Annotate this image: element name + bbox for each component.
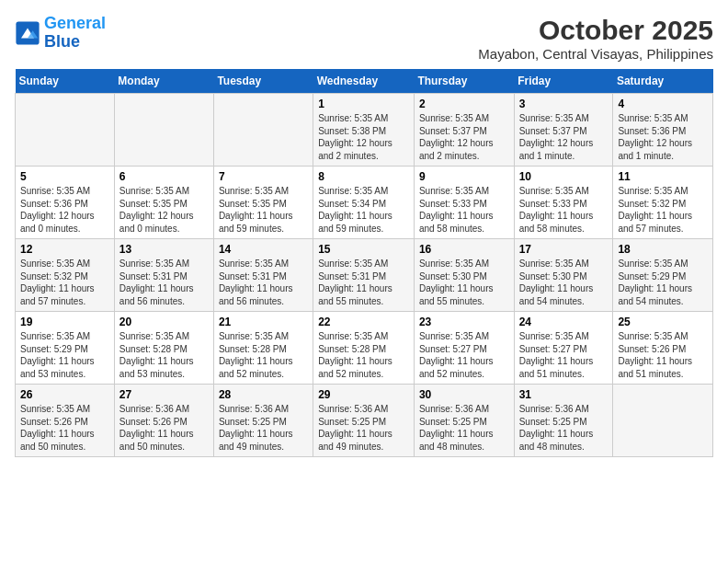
day-cell: [16, 94, 115, 167]
day-info: Sunrise: 5:35 AM Sunset: 5:36 PM Dayligh…: [618, 112, 708, 162]
day-number: 28: [219, 388, 308, 401]
week-row-2: 5Sunrise: 5:35 AM Sunset: 5:36 PM Daylig…: [16, 167, 713, 239]
day-cell: 25Sunrise: 5:35 AM Sunset: 5:26 PM Dayli…: [613, 312, 713, 385]
logo-text: General Blue: [44, 15, 106, 52]
day-cell: 10Sunrise: 5:35 AM Sunset: 5:33 PM Dayli…: [514, 167, 613, 239]
day-number: 4: [618, 98, 708, 110]
day-cell: 4Sunrise: 5:35 AM Sunset: 5:36 PM Daylig…: [613, 94, 713, 167]
day-cell: 5Sunrise: 5:35 AM Sunset: 5:36 PM Daylig…: [16, 167, 115, 239]
header-cell-friday: Friday: [514, 69, 613, 94]
day-number: 18: [618, 243, 708, 256]
day-info: Sunrise: 5:36 AM Sunset: 5:25 PM Dayligh…: [318, 403, 409, 453]
day-cell: 22Sunrise: 5:35 AM Sunset: 5:28 PM Dayli…: [313, 312, 415, 385]
day-cell: 11Sunrise: 5:35 AM Sunset: 5:32 PM Dayli…: [613, 167, 713, 239]
header-cell-monday: Monday: [114, 69, 213, 94]
day-number: 5: [20, 170, 109, 183]
day-info: Sunrise: 5:35 AM Sunset: 5:30 PM Dayligh…: [419, 258, 509, 307]
day-info: Sunrise: 5:35 AM Sunset: 5:35 PM Dayligh…: [119, 185, 209, 235]
day-number: 24: [519, 316, 609, 328]
day-info: Sunrise: 5:36 AM Sunset: 5:25 PM Dayligh…: [219, 403, 308, 453]
day-info: Sunrise: 5:35 AM Sunset: 5:36 PM Dayligh…: [20, 185, 109, 235]
day-cell: 3Sunrise: 5:35 AM Sunset: 5:37 PM Daylig…: [514, 94, 613, 167]
day-cell: 12Sunrise: 5:35 AM Sunset: 5:32 PM Dayli…: [16, 239, 115, 312]
day-cell: 29Sunrise: 5:36 AM Sunset: 5:25 PM Dayli…: [313, 385, 415, 457]
day-info: Sunrise: 5:35 AM Sunset: 5:37 PM Dayligh…: [519, 112, 609, 162]
logo-blue: Blue: [44, 33, 106, 52]
day-number: 30: [419, 388, 509, 401]
calendar-body: 1Sunrise: 5:35 AM Sunset: 5:38 PM Daylig…: [16, 94, 713, 457]
day-info: Sunrise: 5:35 AM Sunset: 5:31 PM Dayligh…: [219, 258, 308, 307]
day-info: Sunrise: 5:35 AM Sunset: 5:28 PM Dayligh…: [119, 330, 209, 380]
day-info: Sunrise: 5:36 AM Sunset: 5:25 PM Dayligh…: [519, 403, 609, 453]
day-number: 17: [519, 243, 609, 256]
day-info: Sunrise: 5:35 AM Sunset: 5:26 PM Dayligh…: [20, 403, 109, 453]
day-number: 29: [318, 388, 409, 401]
day-number: 16: [419, 243, 509, 256]
day-cell: 15Sunrise: 5:35 AM Sunset: 5:31 PM Dayli…: [313, 239, 415, 312]
day-number: 10: [519, 170, 609, 183]
day-info: Sunrise: 5:35 AM Sunset: 5:38 PM Dayligh…: [318, 112, 409, 162]
day-number: 13: [119, 243, 209, 256]
day-info: Sunrise: 5:35 AM Sunset: 5:37 PM Dayligh…: [419, 112, 509, 162]
day-number: 31: [519, 388, 609, 401]
day-cell: 8Sunrise: 5:35 AM Sunset: 5:34 PM Daylig…: [313, 167, 415, 239]
day-info: Sunrise: 5:35 AM Sunset: 5:29 PM Dayligh…: [618, 258, 708, 307]
logo: General Blue: [15, 15, 106, 52]
day-number: 25: [618, 316, 708, 328]
day-number: 7: [219, 170, 308, 183]
day-info: Sunrise: 5:35 AM Sunset: 5:32 PM Dayligh…: [618, 185, 708, 235]
page-subtitle: Mayabon, Central Visayas, Philippines: [478, 46, 713, 62]
calendar-table: SundayMondayTuesdayWednesdayThursdayFrid…: [15, 69, 713, 457]
day-info: Sunrise: 5:35 AM Sunset: 5:27 PM Dayligh…: [519, 330, 609, 380]
day-cell: 28Sunrise: 5:36 AM Sunset: 5:25 PM Dayli…: [213, 385, 313, 457]
day-number: 26: [20, 388, 109, 401]
week-row-1: 1Sunrise: 5:35 AM Sunset: 5:38 PM Daylig…: [16, 94, 713, 167]
day-cell: 27Sunrise: 5:36 AM Sunset: 5:26 PM Dayli…: [114, 385, 213, 457]
day-cell: 18Sunrise: 5:35 AM Sunset: 5:29 PM Dayli…: [613, 239, 713, 312]
page-header: General Blue October 2025 Mayabon, Centr…: [15, 15, 713, 62]
logo-icon: [15, 20, 40, 46]
day-cell: 20Sunrise: 5:35 AM Sunset: 5:28 PM Dayli…: [114, 312, 213, 385]
day-number: 15: [318, 243, 409, 256]
day-cell: 31Sunrise: 5:36 AM Sunset: 5:25 PM Dayli…: [514, 385, 613, 457]
day-info: Sunrise: 5:35 AM Sunset: 5:35 PM Dayligh…: [219, 185, 308, 235]
day-cell: 2Sunrise: 5:35 AM Sunset: 5:37 PM Daylig…: [414, 94, 514, 167]
header-cell-sunday: Sunday: [16, 69, 115, 94]
title-block: October 2025 Mayabon, Central Visayas, P…: [478, 15, 713, 62]
day-cell: 7Sunrise: 5:35 AM Sunset: 5:35 PM Daylig…: [213, 167, 313, 239]
day-number: 8: [318, 170, 409, 183]
day-cell: [114, 94, 213, 167]
day-info: Sunrise: 5:35 AM Sunset: 5:27 PM Dayligh…: [419, 330, 509, 380]
day-info: Sunrise: 5:35 AM Sunset: 5:33 PM Dayligh…: [519, 185, 609, 235]
day-number: 11: [618, 170, 708, 183]
day-info: Sunrise: 5:36 AM Sunset: 5:25 PM Dayligh…: [419, 403, 509, 453]
day-info: Sunrise: 5:35 AM Sunset: 5:30 PM Dayligh…: [519, 258, 609, 307]
day-info: Sunrise: 5:35 AM Sunset: 5:28 PM Dayligh…: [318, 330, 409, 380]
day-info: Sunrise: 5:35 AM Sunset: 5:33 PM Dayligh…: [419, 185, 509, 235]
day-cell: 30Sunrise: 5:36 AM Sunset: 5:25 PM Dayli…: [414, 385, 514, 457]
day-info: Sunrise: 5:35 AM Sunset: 5:32 PM Dayligh…: [20, 258, 109, 307]
week-row-5: 26Sunrise: 5:35 AM Sunset: 5:26 PM Dayli…: [16, 385, 713, 457]
day-number: 14: [219, 243, 308, 256]
day-number: 23: [419, 316, 509, 328]
day-cell: 14Sunrise: 5:35 AM Sunset: 5:31 PM Dayli…: [213, 239, 313, 312]
header-cell-thursday: Thursday: [414, 69, 514, 94]
day-number: 9: [419, 170, 509, 183]
day-cell: 17Sunrise: 5:35 AM Sunset: 5:30 PM Dayli…: [514, 239, 613, 312]
calendar-header: SundayMondayTuesdayWednesdayThursdayFrid…: [16, 69, 713, 94]
page-title: October 2025: [478, 15, 713, 46]
day-info: Sunrise: 5:35 AM Sunset: 5:29 PM Dayligh…: [20, 330, 109, 380]
header-cell-wednesday: Wednesday: [313, 69, 415, 94]
header-cell-saturday: Saturday: [613, 69, 713, 94]
day-cell: 26Sunrise: 5:35 AM Sunset: 5:26 PM Dayli…: [16, 385, 115, 457]
logo-general: General: [44, 14, 106, 32]
day-info: Sunrise: 5:35 AM Sunset: 5:31 PM Dayligh…: [318, 258, 409, 307]
day-info: Sunrise: 5:35 AM Sunset: 5:28 PM Dayligh…: [219, 330, 308, 380]
day-info: Sunrise: 5:35 AM Sunset: 5:31 PM Dayligh…: [119, 258, 209, 307]
day-number: 27: [119, 388, 209, 401]
day-cell: 21Sunrise: 5:35 AM Sunset: 5:28 PM Dayli…: [213, 312, 313, 385]
day-number: 22: [318, 316, 409, 328]
day-cell: [213, 94, 313, 167]
header-cell-tuesday: Tuesday: [213, 69, 313, 94]
day-cell: 13Sunrise: 5:35 AM Sunset: 5:31 PM Dayli…: [114, 239, 213, 312]
